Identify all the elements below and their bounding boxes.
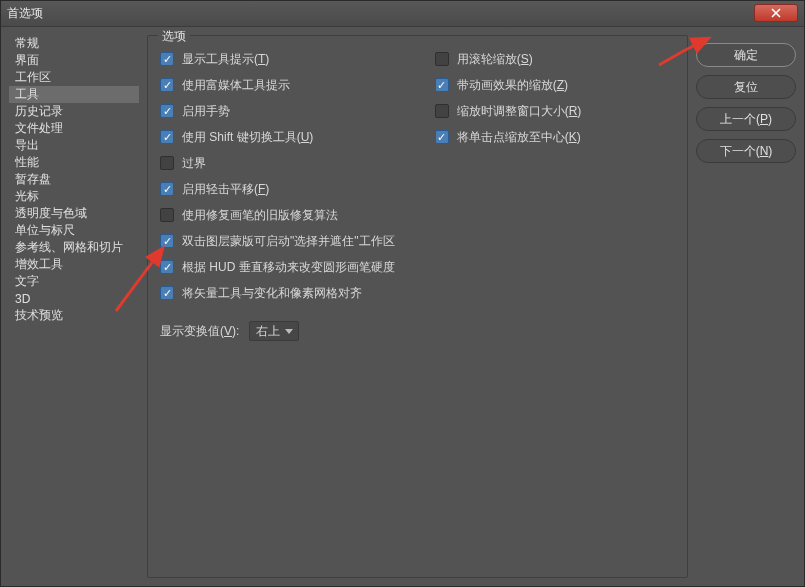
option-row-right-3: 将单击点缩放至中心(K): [435, 128, 582, 146]
option-row-left-0: 显示工具提示(T): [160, 50, 395, 68]
sidebar-item-11[interactable]: 单位与标尺: [9, 222, 139, 239]
option-row-left-1: 使用富媒体工具提示: [160, 76, 395, 94]
checkbox-label: 启用轻击平移(F): [182, 181, 269, 198]
checkbox[interactable]: [160, 130, 174, 144]
transform-select[interactable]: 右上: [249, 321, 299, 341]
checkbox[interactable]: [435, 104, 449, 118]
checkbox[interactable]: [160, 286, 174, 300]
checkbox[interactable]: [160, 182, 174, 196]
option-row-left-7: 双击图层蒙版可启动"选择并遮住"工作区: [160, 232, 395, 250]
checkbox-label: 使用富媒体工具提示: [182, 77, 290, 94]
option-row-left-9: 将矢量工具与变化和像素网格对齐: [160, 284, 395, 302]
sidebar-item-2[interactable]: 工作区: [9, 69, 139, 86]
transform-label: 显示变换值(V):: [160, 323, 239, 340]
checkbox-label: 将矢量工具与变化和像素网格对齐: [182, 285, 362, 302]
sidebar-item-6[interactable]: 导出: [9, 137, 139, 154]
checkbox-label: 根据 HUD 垂直移动来改变圆形画笔硬度: [182, 259, 395, 276]
options-group: 选项 显示工具提示(T)使用富媒体工具提示启用手势使用 Shift 键切换工具(…: [147, 35, 688, 578]
group-label: 选项: [158, 28, 190, 45]
sidebar-item-13[interactable]: 增效工具: [9, 256, 139, 273]
options-col-right: 用滚轮缩放(S)带动画效果的缩放(Z)缩放时调整窗口大小(R)将单击点缩放至中心…: [435, 50, 582, 302]
sidebar-item-1[interactable]: 界面: [9, 52, 139, 69]
reset-button[interactable]: 复位: [696, 75, 796, 99]
transform-select-value: 右上: [256, 323, 280, 340]
sidebar-item-15[interactable]: 3D: [9, 290, 139, 307]
checkbox[interactable]: [435, 52, 449, 66]
option-row-left-8: 根据 HUD 垂直移动来改变圆形画笔硬度: [160, 258, 395, 276]
sidebar-item-4[interactable]: 历史记录: [9, 103, 139, 120]
sidebar-item-10[interactable]: 透明度与色域: [9, 205, 139, 222]
options-col-left: 显示工具提示(T)使用富媒体工具提示启用手势使用 Shift 键切换工具(U)过…: [160, 50, 395, 302]
checkbox-label: 带动画效果的缩放(Z): [457, 77, 568, 94]
option-row-right-1: 带动画效果的缩放(Z): [435, 76, 582, 94]
option-row-left-4: 过界: [160, 154, 395, 172]
sidebar-item-12[interactable]: 参考线、网格和切片: [9, 239, 139, 256]
sidebar-item-7[interactable]: 性能: [9, 154, 139, 171]
sidebar-item-9[interactable]: 光标: [9, 188, 139, 205]
checkbox-label: 过界: [182, 155, 206, 172]
titlebar: 首选项: [1, 1, 804, 27]
checkbox-label: 启用手势: [182, 103, 230, 120]
next-button[interactable]: 下一个(N): [696, 139, 796, 163]
checkbox-label: 用滚轮缩放(S): [457, 51, 533, 68]
option-row-right-0: 用滚轮缩放(S): [435, 50, 582, 68]
transform-row: 显示变换值(V): 右上: [160, 320, 675, 342]
sidebar-item-16[interactable]: 技术预览: [9, 307, 139, 324]
option-row-left-2: 启用手势: [160, 102, 395, 120]
sidebar-item-0[interactable]: 常规: [9, 35, 139, 52]
sidebar-item-14[interactable]: 文字: [9, 273, 139, 290]
checkbox-label: 显示工具提示(T): [182, 51, 269, 68]
checkbox[interactable]: [160, 52, 174, 66]
option-row-left-3: 使用 Shift 键切换工具(U): [160, 128, 395, 146]
ok-button[interactable]: 确定: [696, 43, 796, 67]
checkbox[interactable]: [160, 78, 174, 92]
checkbox[interactable]: [160, 104, 174, 118]
sidebar-item-8[interactable]: 暂存盘: [9, 171, 139, 188]
checkbox[interactable]: [160, 156, 174, 170]
checkbox-label: 使用 Shift 键切换工具(U): [182, 129, 313, 146]
checkbox-label: 使用修复画笔的旧版修复算法: [182, 207, 338, 224]
sidebar-item-5[interactable]: 文件处理: [9, 120, 139, 137]
option-row-right-2: 缩放时调整窗口大小(R): [435, 102, 582, 120]
checkbox[interactable]: [160, 260, 174, 274]
checkbox-label: 将单击点缩放至中心(K): [457, 129, 581, 146]
checkbox[interactable]: [435, 130, 449, 144]
sidebar: 常规界面工作区工具历史记录文件处理导出性能暂存盘光标透明度与色域单位与标尺参考线…: [9, 35, 139, 578]
option-row-left-6: 使用修复画笔的旧版修复算法: [160, 206, 395, 224]
checkbox[interactable]: [435, 78, 449, 92]
close-icon: [771, 8, 781, 18]
sidebar-item-3[interactable]: 工具: [9, 86, 139, 103]
checkbox[interactable]: [160, 234, 174, 248]
checkbox-label: 缩放时调整窗口大小(R): [457, 103, 582, 120]
checkbox-label: 双击图层蒙版可启动"选择并遮住"工作区: [182, 233, 395, 250]
checkbox[interactable]: [160, 208, 174, 222]
window-title: 首选项: [7, 5, 43, 22]
prev-button[interactable]: 上一个(P): [696, 107, 796, 131]
close-button[interactable]: [754, 4, 798, 22]
option-row-left-5: 启用轻击平移(F): [160, 180, 395, 198]
